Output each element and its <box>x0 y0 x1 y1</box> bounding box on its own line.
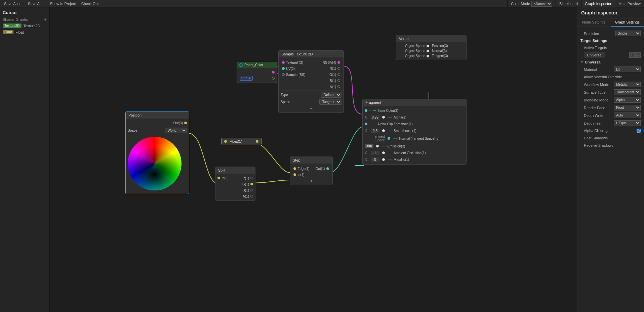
vertex-position-port[interactable] <box>427 45 429 47</box>
surface-type-select[interactable]: Transparent Opaque <box>614 89 641 95</box>
universal-section-header[interactable]: ▼ Universal <box>580 59 641 65</box>
main-preview-tab[interactable]: Main Preview <box>615 0 644 7</box>
texture-input-port[interactable] <box>282 61 285 64</box>
position-out-port[interactable] <box>184 122 187 124</box>
robot-color-texture-port[interactable] <box>272 71 275 74</box>
render-face-row: Render Face Front Back Both <box>580 104 641 112</box>
step-output: Out(1) <box>314 166 331 178</box>
float-out-port[interactable] <box>256 140 258 143</box>
step-chevron[interactable]: ▾ <box>290 178 332 183</box>
float-header: Float(1) <box>222 138 261 145</box>
g-output-port[interactable] <box>337 73 340 76</box>
vertex-tangent-port[interactable] <box>427 55 429 57</box>
step-inputs: Edge(1) In(1) <box>291 166 312 178</box>
fragment-ao-port[interactable] <box>382 151 385 154</box>
position-space-select[interactable]: World Object Tangent View <box>165 128 187 133</box>
texture2d-badge[interactable]: Texture2D <box>3 24 22 28</box>
fragment-normal-port[interactable] <box>388 137 390 140</box>
material-select[interactable]: Lit Unlit <box>614 66 641 72</box>
step-out-port[interactable] <box>326 167 329 170</box>
fragment-alpha-clip-port[interactable] <box>365 123 367 125</box>
color-mode-select[interactable]: <None> <box>531 1 552 7</box>
blending-mode-select[interactable]: Alpha Additive Multiply <box>614 97 641 103</box>
project-title: Cutout <box>0 7 49 16</box>
node-split[interactable]: Split In(3) R(1) G(1) B(1) <box>215 167 255 201</box>
save-as-button[interactable]: Save As... <box>26 1 47 6</box>
fragment-alpha-clip-label: Alpha Clip Threshold(1) <box>377 122 413 126</box>
robot-color-header: 🌐 Robot_Color <box>237 62 277 68</box>
split-b-port[interactable] <box>250 189 253 191</box>
node-position[interactable]: Position Out(3) Space World Object Tange… <box>125 112 189 194</box>
workflow-mode-select[interactable]: Metallic Specular <box>614 82 641 87</box>
a-output-port[interactable] <box>337 85 340 88</box>
tab-graph-settings[interactable]: Graph Settings <box>611 18 644 27</box>
precision-select[interactable]: Single Half Float <box>615 31 641 36</box>
uv0-port[interactable] <box>272 77 275 80</box>
alpha-x-label: X <box>365 116 369 119</box>
depth-test-row: Depth Test L Equal Less Greater Equal Al… <box>580 119 641 127</box>
node-float[interactable]: Float(1) <box>221 138 261 145</box>
space-label: Space <box>281 100 290 104</box>
depth-write-label: Depth Write <box>584 114 603 118</box>
smoothness-value-input[interactable] <box>371 129 379 133</box>
alpha-value-input[interactable] <box>371 115 379 120</box>
split-g-port[interactable] <box>250 183 253 185</box>
split-a-row: A(1) <box>215 193 255 199</box>
node-robot-color[interactable]: 🌐 Robot_Color UV0 ▼ <box>237 62 277 83</box>
node-vertex[interactable]: Vertex Object Space Position(3) Object S… <box>396 35 467 60</box>
split-in-port[interactable] <box>217 177 220 179</box>
metallic-value-input[interactable] <box>371 158 379 162</box>
node-position-title: Position <box>128 113 142 117</box>
step-edge-label: Edge(1) <box>297 167 310 171</box>
rgba-output-port[interactable] <box>337 61 340 64</box>
sample-texture-chevron[interactable]: ▾ <box>279 106 344 111</box>
node-fragment[interactable]: Fragment Base Color(3) X Alpha(1) <box>362 99 467 165</box>
node-position-body: Out(3) Space World Object Tangent View <box>126 119 189 194</box>
float-indicator <box>224 140 227 143</box>
fragment-alpha-port[interactable] <box>382 116 385 119</box>
uv-input-port[interactable] <box>282 67 285 70</box>
receive-shadows-label: Receive Shadows <box>584 143 613 147</box>
float-badge[interactable]: Float <box>3 30 13 34</box>
r-output-port[interactable] <box>337 67 340 70</box>
split-a-port[interactable] <box>250 195 253 197</box>
fragment-base-color-port[interactable] <box>365 109 367 112</box>
active-targets-label: Active Targets <box>584 46 607 50</box>
graph-inspector-tab[interactable]: Graph Inspector <box>581 0 615 7</box>
remove-target-button[interactable]: − <box>635 52 641 58</box>
alpha-line <box>388 117 392 118</box>
depth-write-select[interactable]: Auto ForceEnabled ForceDisabled <box>614 113 641 118</box>
uv0-badge[interactable]: UV0 ▼ <box>240 76 253 81</box>
cast-shadows-label: Cast Shadows <box>584 136 608 140</box>
alpha-clipping-label: Alpha Clipping <box>584 129 608 133</box>
fragment-normal-row: Tangent Space Normal (Tangent Space)(3) <box>363 134 466 143</box>
main-layout: Cutout Shader Graphs + Texture2D Texture… <box>0 7 644 312</box>
fragment-emission-port[interactable] <box>376 145 379 147</box>
render-face-select[interactable]: Front Back Both <box>614 105 641 110</box>
fragment-metallic-port[interactable] <box>382 158 385 161</box>
blending-mode-label: Blending Mode <box>584 98 608 102</box>
add-shader-graph-button[interactable]: + <box>44 17 47 22</box>
float-name: Float <box>15 30 24 34</box>
add-target-button[interactable]: + <box>629 52 635 58</box>
type-select[interactable]: Default <box>321 92 341 98</box>
b-output-port[interactable] <box>337 79 340 82</box>
vertex-normal-port[interactable] <box>427 50 429 52</box>
check-out-button[interactable]: Check Out <box>79 1 101 6</box>
step-edge-port[interactable] <box>293 167 296 170</box>
show-in-project-button[interactable]: Show In Project <box>48 1 78 6</box>
depth-test-select[interactable]: L Equal Less Greater Equal Always <box>614 120 641 126</box>
step-in-port[interactable] <box>293 173 296 176</box>
node-canvas[interactable]: Position Out(3) Space World Object Tange… <box>50 7 577 312</box>
fragment-smoothness-port[interactable] <box>382 129 385 132</box>
split-r-port[interactable] <box>250 177 253 179</box>
save-asset-button[interactable]: Save Asset <box>2 1 25 6</box>
space-select[interactable]: Tangent <box>319 99 341 105</box>
sampler-input-port[interactable] <box>282 73 285 76</box>
ao-value-input[interactable] <box>371 151 379 155</box>
tab-node-settings[interactable]: Node Settings <box>577 18 611 27</box>
blackboard-tab[interactable]: Blackboard <box>556 0 581 7</box>
node-sample-texture[interactable]: Sample Texture 2D Texture(T2) UV(2) <box>278 50 344 113</box>
alpha-clipping-checkbox[interactable] <box>637 129 641 133</box>
node-step[interactable]: Step Edge(1) In(1) <box>290 157 333 185</box>
